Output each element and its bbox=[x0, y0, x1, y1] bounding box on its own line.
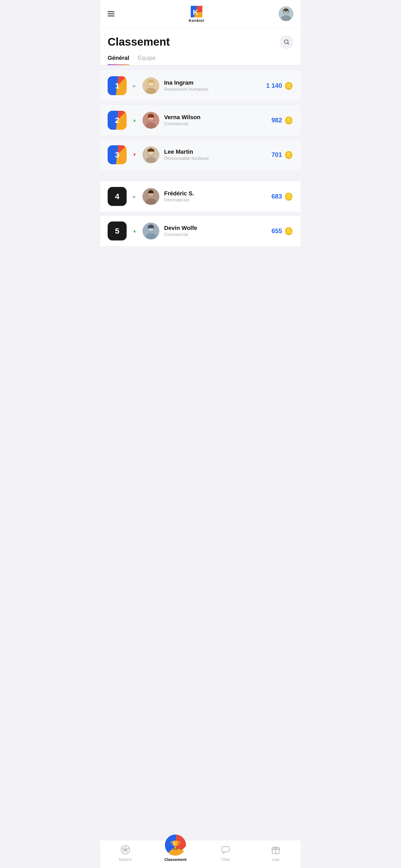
rank-badge-4: 4 bbox=[108, 187, 126, 206]
person-role: Ressources humaines bbox=[164, 87, 261, 92]
rank-number: 5 bbox=[115, 226, 119, 236]
rank-number: 2 bbox=[115, 116, 119, 125]
score-number: 982 bbox=[271, 117, 282, 124]
person-info: Frédéric S. Informaticien bbox=[164, 190, 267, 203]
coin-icon: 🪙 bbox=[284, 82, 293, 90]
leaderboard-list: 1 ▶ Ina Ingram Ressources humaines 1 140… bbox=[100, 66, 301, 255]
table-row[interactable]: 1 ▶ Ina Ingram Ressources humaines 1 140… bbox=[100, 70, 301, 101]
person-role: Informaticien bbox=[164, 197, 267, 203]
trend-up-icon: ▲ bbox=[133, 228, 137, 234]
tabs-section: Général Équipe bbox=[100, 49, 301, 65]
nav-item-lots[interactable]: Lots bbox=[251, 844, 301, 862]
score-number: 683 bbox=[271, 193, 282, 200]
table-row[interactable]: 4 ▶ Frédéric S. Informaticien 683 � bbox=[100, 181, 301, 212]
person-role: Résponsable boutique bbox=[164, 156, 267, 161]
person-info: Ina Ingram Ressources humaines bbox=[164, 80, 261, 92]
avatar bbox=[142, 77, 159, 94]
score-area: 982 🪙 bbox=[271, 116, 293, 125]
coin-icon: 🪙 bbox=[284, 116, 293, 125]
trend-indicator: ▲ bbox=[132, 118, 138, 123]
rank-number: 4 bbox=[115, 192, 119, 201]
trend-neutral-icon: ▶ bbox=[133, 83, 136, 88]
tab-general[interactable]: Général bbox=[108, 55, 129, 65]
page-title: Classement bbox=[108, 36, 275, 48]
rank-number: 3 bbox=[115, 150, 119, 159]
search-icon bbox=[283, 39, 290, 45]
rank-badge-1: 1 bbox=[108, 76, 126, 95]
coin-icon: 🪙 bbox=[284, 227, 293, 236]
trend-indicator: ▶ bbox=[132, 83, 138, 88]
person-info: Devin Wolfe Commercial bbox=[164, 225, 267, 237]
trend-down-icon: ▼ bbox=[133, 152, 137, 157]
person-role: Commercial bbox=[164, 232, 267, 237]
trend-indicator: ▶ bbox=[132, 194, 138, 199]
avatar bbox=[142, 146, 159, 163]
coin-icon: 🪙 bbox=[284, 192, 293, 201]
nav-label-matchs: Matchs bbox=[119, 857, 132, 862]
gift-icon bbox=[270, 844, 282, 856]
coin-icon: 🪙 bbox=[284, 151, 293, 159]
svg-rect-40 bbox=[222, 847, 229, 852]
avatar bbox=[142, 222, 159, 240]
bottom-navigation: Matchs 🏆 Classement Chat bbox=[100, 840, 301, 868]
table-row[interactable]: 3 ▼ Lee Martin Résponsable boutique bbox=[100, 140, 301, 170]
person-info: Verna Wilson Commercial bbox=[164, 114, 267, 127]
logo-text: Konbini bbox=[189, 19, 204, 23]
nav-label-lots: Lots bbox=[272, 857, 279, 862]
app-header: K Konbini bbox=[100, 0, 301, 28]
logo: K Konbini bbox=[189, 5, 204, 23]
table-row[interactable]: 5 ▲ Devin Wolfe Commercial 655 🪙 bbox=[100, 216, 301, 246]
rank-badge-3: 3 bbox=[108, 145, 126, 164]
avatar bbox=[142, 112, 159, 129]
table-row[interactable]: 2 ▲ Verna Wilson Commercial 982 🪙 bbox=[100, 105, 301, 135]
svg-line-13 bbox=[288, 43, 289, 44]
score-number: 655 bbox=[271, 227, 282, 235]
tab-equipe[interactable]: Équipe bbox=[138, 55, 156, 65]
score-number: 1 140 bbox=[266, 82, 282, 89]
trend-neutral-icon: ▶ bbox=[133, 194, 136, 199]
person-name: Ina Ingram bbox=[164, 80, 261, 86]
score-area: 1 140 🪙 bbox=[266, 82, 293, 90]
rank-number: 1 bbox=[115, 81, 119, 90]
rank-badge-2: 2 bbox=[108, 111, 126, 130]
menu-button[interactable] bbox=[108, 11, 114, 17]
nav-label-chat: Chat bbox=[221, 857, 230, 862]
person-name: Frédéric S. bbox=[164, 190, 267, 197]
search-button[interactable] bbox=[280, 35, 293, 49]
score-area: 683 🪙 bbox=[271, 192, 293, 201]
classement-badge: 🏆 bbox=[165, 835, 186, 856]
svg-point-28 bbox=[152, 149, 154, 152]
soccer-ball-icon bbox=[119, 844, 131, 856]
person-role: Commercial bbox=[164, 121, 267, 127]
user-avatar[interactable] bbox=[279, 6, 293, 21]
page-title-section: Classement bbox=[100, 28, 301, 49]
person-name: Verna Wilson bbox=[164, 114, 267, 121]
trophy-icon: 🏆 bbox=[170, 840, 181, 850]
person-name: Devin Wolfe bbox=[164, 225, 267, 231]
chat-icon bbox=[220, 844, 231, 856]
logo-icon: K bbox=[190, 5, 203, 19]
avatar bbox=[142, 188, 159, 205]
nav-label-classement: Classement bbox=[164, 857, 187, 862]
score-area: 655 🪙 bbox=[271, 227, 293, 236]
person-info: Lee Martin Résponsable boutique bbox=[164, 149, 267, 161]
nav-item-matchs[interactable]: Matchs bbox=[100, 844, 150, 862]
svg-point-39 bbox=[124, 849, 126, 851]
score-number: 701 bbox=[271, 151, 282, 158]
person-name: Lee Martin bbox=[164, 149, 267, 155]
nav-item-classement[interactable]: 🏆 Classement bbox=[150, 844, 200, 862]
trend-indicator: ▼ bbox=[132, 152, 138, 157]
rank-badge-5: 5 bbox=[108, 221, 126, 241]
trend-indicator: ▲ bbox=[132, 228, 138, 234]
trend-up-icon: ▲ bbox=[133, 118, 137, 123]
svg-text:K: K bbox=[193, 8, 198, 17]
nav-item-chat[interactable]: Chat bbox=[200, 844, 251, 862]
score-area: 701 🪙 bbox=[271, 151, 293, 159]
